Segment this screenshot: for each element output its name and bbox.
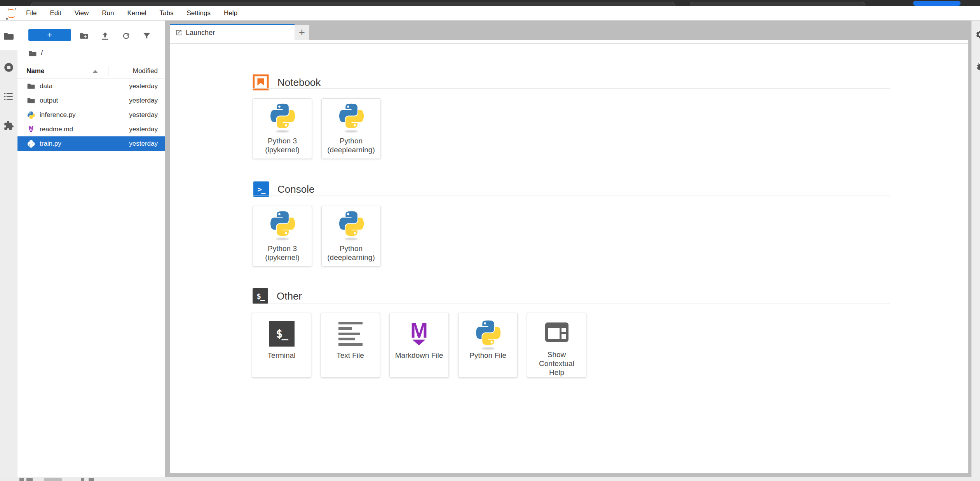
file-row-train-py-selected[interactable]: train.py yesterday — [17, 136, 165, 151]
launcher-card-show-contextual-help[interactable]: Show Contextual Help — [527, 313, 586, 378]
right-activity-bar — [971, 21, 980, 477]
python-logo-icon — [338, 210, 364, 236]
plus-icon: + — [299, 26, 305, 38]
launcher-card-python-file[interactable]: Python File — [458, 313, 518, 378]
card-label: Python (deeplearning) — [322, 244, 380, 262]
file-row-inference-py[interactable]: inference.py yesterday — [17, 108, 165, 122]
filter-icon[interactable] — [142, 31, 151, 40]
section-divider — [253, 303, 890, 303]
markdown-icon: M — [406, 321, 432, 347]
logo-shadow — [345, 238, 358, 240]
upload-icon[interactable] — [101, 31, 110, 40]
menu-run[interactable]: Run — [95, 6, 120, 20]
file-modified: yesterday — [129, 140, 165, 148]
menu-view[interactable]: View — [68, 6, 96, 20]
tabbar-shadow-line — [170, 43, 968, 44]
card-label: Python (deeplearning) — [322, 136, 380, 154]
logo-shadow — [481, 347, 495, 350]
file-row-data[interactable]: data yesterday — [17, 79, 165, 93]
python-logo-icon — [475, 319, 501, 345]
breadcrumb[interactable]: / — [41, 49, 43, 57]
launcher-card-console-python-deeplearning[interactable]: Python (deeplearning) — [321, 206, 381, 267]
extensions-icon[interactable] — [3, 120, 14, 131]
file-row-readme-md[interactable]: M readme.md yesterday — [17, 122, 165, 136]
left-activity-bar — [0, 21, 17, 477]
menu-settings[interactable]: Settings — [180, 6, 217, 20]
file-list-header: Name Modified — [17, 64, 165, 78]
tab-label: Launcher — [186, 29, 215, 37]
jupyterlab-window: File Edit View Run Kernel Tabs Settings … — [0, 0, 980, 481]
card-label: Terminal — [252, 351, 311, 360]
section-header-other: $_ Other — [253, 282, 302, 310]
launcher-panel: Notebook Python 3 (ipykernel) Python (de… — [170, 40, 968, 473]
card-label: Python 3 (ipykernel) — [253, 244, 312, 262]
column-header-modified[interactable]: Modified — [133, 64, 158, 78]
dock-border-left[interactable] — [165, 40, 170, 473]
external-link-icon — [175, 29, 182, 36]
launcher-card-console-python3-ipykernel[interactable]: Python 3 (ipykernel) — [253, 206, 312, 267]
logo-shadow — [345, 130, 358, 132]
markdown-file-icon: M — [27, 125, 35, 133]
launcher-card-notebook-python-deeplearning[interactable]: Python (deeplearning) — [321, 98, 381, 159]
section-header-notebook: Notebook — [253, 68, 321, 97]
python-file-icon — [27, 111, 35, 119]
menu-items: File Edit View Run Kernel Tabs Settings … — [19, 6, 244, 20]
launcher-card-text-file[interactable]: Text File — [321, 313, 380, 378]
launcher-card-terminal[interactable]: $_ Terminal — [252, 313, 311, 378]
sort-ascending-icon — [92, 70, 98, 73]
python-logo-icon — [338, 103, 364, 128]
plus-icon: + — [47, 30, 52, 40]
file-row-output[interactable]: output yesterday — [17, 93, 165, 108]
file-modified: yesterday — [129, 97, 165, 105]
file-name: inference.py — [40, 111, 76, 119]
file-browser-icon[interactable] — [3, 31, 14, 42]
dock-border-bottom — [165, 473, 971, 477]
breadcrumb-home-folder-icon[interactable] — [28, 50, 37, 57]
text-file-icon — [338, 321, 363, 347]
launcher-card-markdown-file[interactable]: M Markdown File — [389, 313, 449, 378]
terminal-icon: $_ — [269, 321, 295, 347]
status-bar-fragment — [44, 478, 62, 481]
status-bar — [0, 477, 980, 481]
section-header-console: >_ Console — [253, 175, 314, 204]
menu-tabs[interactable]: Tabs — [153, 6, 180, 20]
jupyter-logo-icon — [5, 7, 17, 19]
new-launcher-button[interactable]: + — [28, 29, 71, 41]
tab-launcher[interactable]: Launcher — [170, 24, 295, 40]
column-header-name[interactable]: Name — [26, 64, 44, 78]
python-logo-icon — [269, 210, 296, 236]
running-sessions-icon[interactable] — [3, 62, 14, 73]
menu-kernel[interactable]: Kernel — [120, 6, 153, 20]
file-modified: yesterday — [129, 82, 165, 90]
refresh-icon[interactable] — [122, 31, 131, 40]
property-inspector-gear-icon[interactable] — [975, 30, 980, 39]
status-bar-fragment — [19, 478, 24, 481]
status-bar-fragment — [81, 478, 84, 481]
logo-shadow — [276, 130, 289, 132]
python-file-icon — [27, 140, 35, 148]
section-divider — [253, 195, 890, 195]
new-tab-button[interactable]: + — [295, 25, 309, 40]
table-of-contents-icon[interactable] — [3, 91, 14, 102]
section-title: Console — [277, 183, 314, 195]
divider — [17, 78, 165, 78]
new-folder-icon[interactable] — [80, 31, 89, 40]
file-name: train.py — [40, 140, 61, 148]
status-bar-fragment — [26, 478, 33, 481]
browser-blue-button[interactable] — [913, 1, 961, 6]
section-title: Other — [277, 290, 302, 302]
card-label: Text File — [321, 351, 380, 360]
file-modified: yesterday — [129, 125, 165, 133]
menu-edit[interactable]: Edit — [43, 6, 68, 20]
status-bar-fragment — [89, 478, 94, 481]
section-divider — [253, 88, 890, 89]
python-logo-icon — [269, 103, 296, 128]
debugger-bug-icon[interactable] — [975, 62, 980, 71]
card-label: Show Contextual Help — [527, 350, 586, 377]
menu-help[interactable]: Help — [217, 6, 244, 20]
launcher-card-notebook-python3-ipykernel[interactable]: Python 3 (ipykernel) — [253, 98, 312, 159]
menu-file[interactable]: File — [19, 6, 43, 20]
folder-icon — [27, 97, 35, 105]
column-divider — [108, 66, 108, 76]
file-name: readme.md — [40, 125, 73, 133]
